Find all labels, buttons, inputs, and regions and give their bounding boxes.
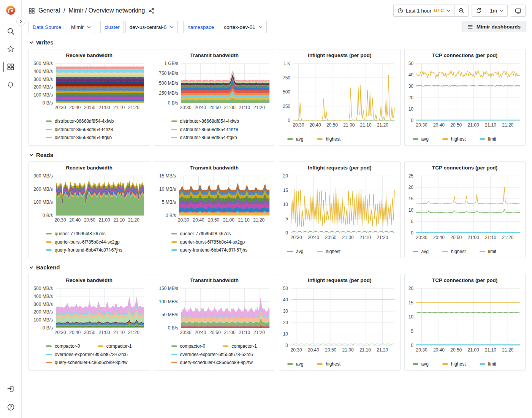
chart-canvas[interactable]: 20:3020:4020:5021:0021:1021:2005101520	[281, 173, 398, 243]
legend-item[interactable]: distributor-86668df854-4xfwb	[46, 119, 114, 124]
legend-item[interactable]: highest	[317, 249, 340, 254]
chart-canvas[interactable]: 20:3020:4020:5021:0021:1021:200 B/s100 M…	[31, 173, 148, 225]
legend-item[interactable]: avg	[413, 249, 429, 254]
panel-title[interactable]: TCP connections (per pod)	[407, 164, 524, 173]
refresh-button[interactable]	[472, 5, 486, 16]
legend-item[interactable]: limit	[480, 136, 496, 142]
legend-item[interactable]: distributor-86668df854-4xfwb	[171, 119, 239, 124]
chart-canvas[interactable]: 20:3020:4020:5021:0021:1021:2005101520	[407, 285, 524, 355]
panel-title[interactable]: TCP connections (per pod)	[407, 51, 524, 60]
legend-item[interactable]: avg	[287, 361, 303, 367]
help-icon: ?	[7, 403, 15, 411]
breadcrumb-folder[interactable]: General	[38, 7, 60, 14]
panel-title[interactable]: Inflight requests (per pod)	[281, 51, 398, 60]
chart-canvas[interactable]: 20:3020:4020:5021:0021:1021:200 B/s50 MB…	[156, 285, 273, 338]
legend-item[interactable]: avg	[413, 361, 429, 367]
svg-text:40: 40	[408, 72, 413, 78]
legend-item[interactable]: compactor-0	[171, 344, 206, 349]
legend-item[interactable]: distributor-86668df854-f4hz8	[171, 127, 238, 132]
tv-mode-button[interactable]	[511, 5, 525, 16]
legend-item[interactable]: highest	[442, 136, 466, 142]
sidebar-item-alerting[interactable]	[0, 78, 21, 91]
panel-title[interactable]: Inflight requests (per pod)	[281, 164, 398, 173]
panel-title[interactable]: Receive bandwidth	[31, 51, 148, 60]
chart-canvas[interactable]: 20:3020:4020:5021:0021:1021:200510152025	[407, 173, 524, 243]
legend-item[interactable]: querier-77ff595bf8-k67ds	[46, 231, 106, 236]
sidebar-item-help[interactable]: ?	[0, 401, 21, 413]
breadcrumb-dashboard-title[interactable]: Mimir / Overview networking	[68, 7, 145, 14]
svg-text:21:00: 21:00	[223, 217, 234, 223]
legend-label: query-frontend-6bb474c87f-67jhs	[180, 247, 247, 253]
legend-item[interactable]: limit	[480, 361, 496, 367]
chart-svg: 20:3020:4020:5021:0021:1021:2005101520	[281, 173, 397, 241]
svg-text:500: 500	[283, 89, 290, 95]
svg-text:1 GB/s: 1 GB/s	[164, 61, 178, 66]
legend-label: limit	[488, 249, 496, 254]
zoom-out-button[interactable]	[454, 5, 468, 16]
svg-text:20: 20	[283, 320, 288, 325]
panel-title[interactable]: Transmit bandwidth	[156, 51, 273, 60]
legend-item[interactable]: query-scheduler-6c86d6cb89-8p2tw	[46, 360, 127, 365]
share-icon[interactable]	[148, 8, 155, 14]
legend-item[interactable]: highest	[317, 136, 340, 142]
svg-text:15: 15	[283, 188, 288, 193]
legend-item[interactable]: highest	[442, 249, 466, 254]
refresh-interval-picker[interactable]: 1m	[486, 5, 507, 16]
legend-item[interactable]: compactor-1	[223, 344, 257, 349]
chart-canvas[interactable]: 20:3020:4020:5021:0021:1021:200 B/s100 M…	[31, 285, 148, 338]
legend-item[interactable]: querier-burst-6f785b8c44-sx2gp	[46, 239, 120, 245]
legend-item[interactable]: distributor-86668df854-ftgkn	[46, 135, 112, 140]
legend-item[interactable]: overrides-exporter-6ff55bf678-62rc6	[46, 352, 128, 357]
panel-title[interactable]: Receive bandwidth	[31, 164, 148, 173]
sidebar-expand-button[interactable]	[16, 17, 25, 26]
legend-item[interactable]: query-scheduler-6c86d6cb89-8p2tw	[171, 360, 253, 365]
row-header-writes[interactable]: Writes	[28, 38, 526, 49]
legend-item[interactable]: query-frontend-6bb474c87f-67jhs	[171, 247, 247, 253]
panel-title[interactable]: Transmit bandwidth	[156, 164, 273, 173]
legend-item[interactable]: querier-77ff595bf8-k67ds	[171, 231, 231, 236]
legend-item[interactable]: querier-burst-6f785b8c44-sx2gp	[171, 239, 245, 245]
chart-canvas[interactable]: 20:3020:4020:5021:0021:1021:200 B/s250 M…	[156, 60, 273, 113]
legend-item[interactable]: distributor-86668df854-f4hz8	[46, 127, 113, 132]
legend-item[interactable]: avg	[287, 249, 303, 254]
sidebar-item-search[interactable]	[0, 25, 21, 38]
svg-text:21:20: 21:20	[502, 122, 513, 128]
panel-title[interactable]: Transmit bandwidth	[156, 276, 273, 285]
row-header-backend[interactable]: Backend	[28, 263, 526, 274]
chart-canvas[interactable]: 20:3020:4020:5021:0021:1021:200102030405…	[281, 285, 398, 355]
legend-swatch	[46, 362, 52, 363]
legend-item[interactable]: limit	[480, 249, 496, 254]
legend-swatch	[480, 363, 485, 365]
row-header-reads[interactable]: Reads	[28, 150, 526, 162]
mimir-dashboards-button[interactable]: Mimir dashboards	[462, 21, 526, 32]
panel-title[interactable]: Inflight requests (per pod)	[281, 276, 398, 285]
chart-canvas[interactable]: 20:3020:4020:5021:0021:1021:200250500750…	[281, 60, 398, 130]
legend-item[interactable]: highest	[317, 361, 340, 367]
svg-text:20: 20	[408, 185, 413, 190]
variable-value-cluster[interactable]: dev-us-central-0	[125, 21, 178, 33]
bell-icon	[7, 81, 14, 89]
chart-canvas[interactable]: 20:3020:4020:5021:0021:1021:200 B/s5 MB/…	[156, 173, 273, 225]
legend-item[interactable]: avg	[287, 136, 303, 142]
chart-canvas[interactable]: 20:3020:4020:5021:0021:1021:200 B/s100 M…	[31, 60, 148, 113]
legend-item[interactable]: compactor-0	[46, 344, 80, 349]
panel-title[interactable]: Receive bandwidth	[31, 276, 148, 285]
chart-canvas[interactable]: 20:3020:4020:5021:0021:1021:200102030405…	[407, 60, 524, 130]
legend-item[interactable]: highest	[442, 361, 466, 367]
legend-item[interactable]: overrides-exporter-6ff55bf678-62rc6	[171, 352, 253, 357]
panel-title[interactable]: TCP connections (per pod)	[407, 276, 524, 285]
sidebar-item-sign-in[interactable]	[0, 382, 21, 395]
variable-value-namespace[interactable]: cortex-dev-01	[220, 21, 267, 33]
svg-text:500 MB/s: 500 MB/s	[33, 61, 53, 66]
legend-item[interactable]: avg	[413, 136, 429, 142]
variable-value-datasource[interactable]: Mimir	[67, 21, 95, 33]
legend-label: querier-burst-6f785b8c44-sx2gp	[55, 239, 120, 245]
sidebar-item-starred[interactable]	[0, 43, 21, 55]
time-range-picker[interactable]: Last 1 hour UTC	[394, 5, 454, 16]
sidebar-item-dashboards[interactable]	[0, 60, 21, 73]
legend-item[interactable]: query-frontend-6bb474c87f-67jhs	[46, 247, 122, 253]
panel-row: Receive bandwidth 20:3020:4020:5021:0021…	[28, 274, 526, 370]
legend-item[interactable]: compactor-1	[98, 344, 132, 349]
grafana-logo-icon[interactable]	[5, 5, 16, 17]
legend-item[interactable]: distributor-86668df854-ftgkn	[171, 135, 237, 140]
